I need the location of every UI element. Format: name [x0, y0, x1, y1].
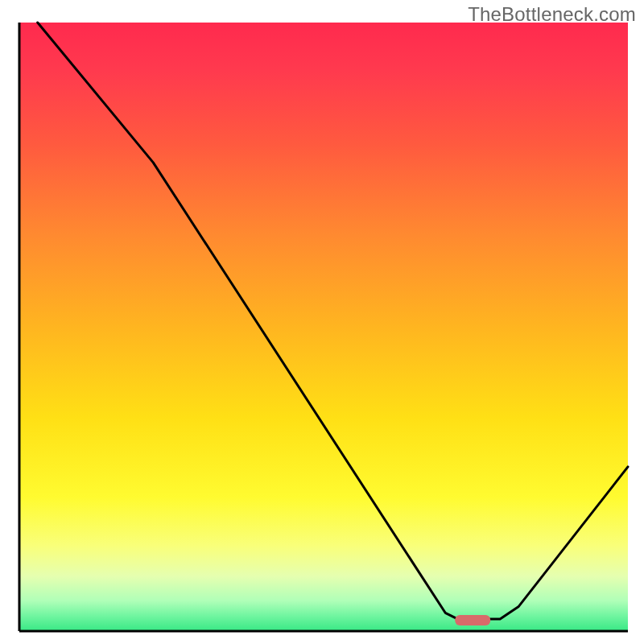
- chart-stage: TheBottleneck.com: [0, 0, 644, 644]
- optimal-marker: [455, 615, 490, 625]
- bottleneck-chart: [0, 0, 644, 644]
- plot-background: [19, 23, 628, 631]
